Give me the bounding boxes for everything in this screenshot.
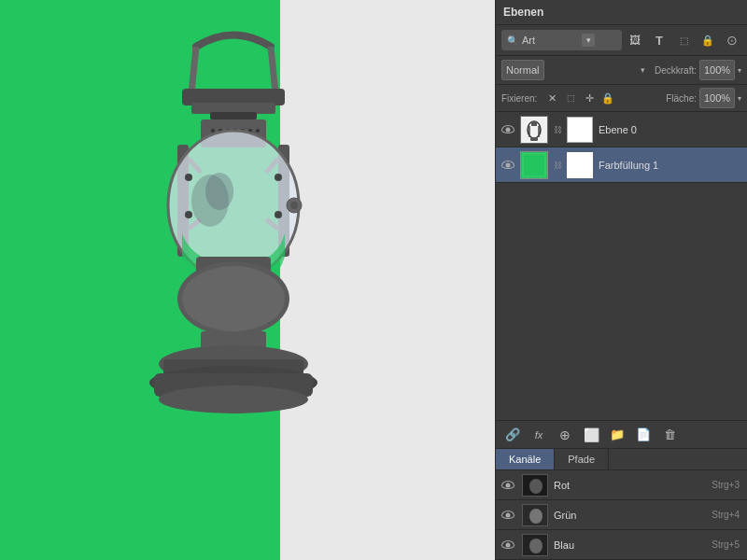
layer-name-0: Ebene 0 — [597, 124, 743, 135]
channel-item-rot[interactable]: Rot Strg+3 — [496, 470, 747, 500]
svg-point-33 — [185, 174, 192, 181]
layer-mask-1 — [567, 152, 593, 178]
svg-point-6 — [211, 129, 215, 133]
mask-icon[interactable]: ⬜ — [582, 426, 600, 444]
layers-toolbar: 🔗 fx ⊕ ⬜ 📁 📄 🗑 — [496, 420, 747, 448]
channel-shortcut-gruen: Strg+4 — [712, 510, 740, 520]
delete-icon[interactable]: 🗑 — [660, 426, 679, 444]
channel-eye-blau[interactable] — [500, 537, 516, 553]
search-icon: 🔍 — [507, 35, 518, 46]
svg-point-30 — [191, 175, 229, 227]
svg-point-32 — [290, 202, 298, 209]
panel-title: Ebenen — [503, 6, 543, 19]
toggle-filter-icon[interactable]: ⊙ — [723, 31, 741, 49]
svg-rect-40 — [530, 137, 538, 141]
svg-rect-43 — [521, 152, 547, 178]
new-fill-icon[interactable]: ⊕ — [556, 426, 574, 444]
search-dropdown-arrow[interactable]: ▾ — [582, 34, 595, 47]
layers-list: ⛓ Ebene 0 ⛓ Farbfüllung 1 — [496, 112, 747, 420]
tab-pfade[interactable]: Pfade — [555, 449, 609, 469]
blend-mode-wrapper: Normal — [501, 60, 649, 80]
flache-group: Fläche: ▾ — [666, 88, 741, 108]
svg-point-28 — [159, 385, 308, 413]
search-box[interactable]: 🔍 ▾ — [501, 30, 622, 50]
opacity-group: Deckkraft: ▾ — [655, 60, 741, 80]
fx-icon[interactable]: fx — [529, 426, 548, 444]
layers-panel: Ebenen 🔍 ▾ 🖼 T ⬚ 🔒 ⊙ Normal Deckkraft: ▾ — [495, 0, 747, 560]
svg-point-22 — [182, 266, 285, 331]
layer-thumb-0 — [520, 116, 548, 144]
layer-chain-0: ⛓ — [552, 124, 563, 135]
svg-rect-4 — [210, 112, 257, 119]
channel-eye-gruen[interactable] — [500, 507, 516, 524]
transform-filter-icon[interactable]: ⬚ — [674, 31, 693, 49]
fix-icons: ✕ ⬚ ✛ 🔒 — [544, 91, 615, 105]
layer-mask-0 — [567, 117, 593, 143]
svg-line-1 — [271, 47, 275, 93]
eye-icon-gruen — [501, 511, 514, 519]
layer-name-1: Farbfüllung 1 — [597, 160, 743, 171]
blend-mode-select[interactable]: Normal — [501, 60, 544, 80]
eye-icon-blau — [501, 540, 514, 549]
canvas-image — [0, 0, 495, 560]
svg-point-46 — [529, 479, 543, 494]
channel-shortcut-rot: Strg+3 — [712, 480, 740, 490]
eye-icon-0 — [501, 125, 514, 133]
flache-label: Fläche: — [666, 93, 697, 104]
layer-eye-1[interactable] — [500, 157, 516, 174]
opacity-input[interactable] — [699, 60, 735, 80]
blend-mode-row: Normal Deckkraft: ▾ — [496, 56, 747, 85]
fix-all-icon[interactable]: 🔒 — [600, 91, 615, 105]
image-filter-icon[interactable]: 🖼 — [626, 31, 644, 49]
opacity-arrow[interactable]: ▾ — [738, 66, 741, 75]
svg-line-0 — [191, 47, 196, 93]
channel-thumb-blau — [522, 534, 548, 556]
svg-rect-39 — [531, 121, 537, 126]
svg-point-36 — [275, 211, 282, 218]
channel-item-blau[interactable]: Blau Strg+5 — [496, 530, 747, 560]
type-filter-icon[interactable]: T — [650, 31, 669, 49]
tabs-row: Kanäle Pfade — [496, 448, 747, 470]
lantern-container — [47, 19, 402, 541]
smart-filter-icon[interactable]: 🔒 — [698, 31, 717, 49]
fix-transparent-icon[interactable]: ⬚ — [563, 91, 578, 105]
layer-item-1[interactable]: ⛓ Farbfüllung 1 — [496, 147, 747, 183]
layer-item-0[interactable]: ⛓ Ebene 0 — [496, 112, 747, 147]
flache-input[interactable] — [699, 88, 735, 108]
channel-name-blau: Blau — [554, 539, 706, 551]
search-row: 🔍 ▾ 🖼 T ⬚ 🔒 ⊙ — [496, 25, 747, 56]
svg-point-34 — [275, 174, 282, 181]
channel-shortcut-blau: Strg+5 — [712, 539, 740, 550]
canvas-area — [0, 0, 495, 560]
fix-label: Fixieren: — [501, 93, 537, 104]
svg-point-48 — [529, 509, 543, 524]
svg-point-12 — [256, 129, 260, 133]
search-input[interactable] — [522, 35, 578, 46]
channel-thumb-rot — [522, 474, 548, 497]
layer-thumb-1 — [520, 151, 548, 179]
channel-eye-rot[interactable] — [500, 477, 516, 494]
channel-name-rot: Rot — [554, 480, 706, 491]
opacity-label: Deckkraft: — [655, 65, 697, 76]
tab-kanaele[interactable]: Kanäle — [496, 449, 555, 469]
channel-list: Rot Strg+3 Grün Strg+4 — [496, 470, 747, 560]
eye-icon-rot — [501, 481, 514, 489]
layer-eye-0[interactable] — [500, 121, 516, 138]
panel-header: Ebenen — [496, 0, 747, 25]
fix-position-icon[interactable]: ✕ — [544, 91, 559, 105]
svg-point-35 — [185, 211, 192, 218]
svg-point-50 — [529, 539, 543, 553]
eye-icon-1 — [501, 161, 514, 169]
folder-icon[interactable]: 📁 — [608, 426, 627, 444]
flache-arrow[interactable]: ▾ — [738, 94, 741, 103]
fix-row: Fixieren: ✕ ⬚ ✛ 🔒 Fläche: ▾ — [496, 85, 747, 112]
layer-filter-icons: 🖼 T ⬚ 🔒 ⊙ — [626, 31, 741, 49]
new-layer-icon[interactable]: 📄 — [634, 426, 653, 444]
channel-name-gruen: Grün — [554, 510, 706, 521]
channel-thumb-gruen — [522, 504, 548, 526]
fix-move-icon[interactable]: ✛ — [582, 91, 597, 105]
link-icon[interactable]: 🔗 — [503, 426, 522, 444]
channel-item-gruen[interactable]: Grün Strg+4 — [496, 500, 747, 530]
layer-chain-1: ⛓ — [552, 160, 563, 171]
